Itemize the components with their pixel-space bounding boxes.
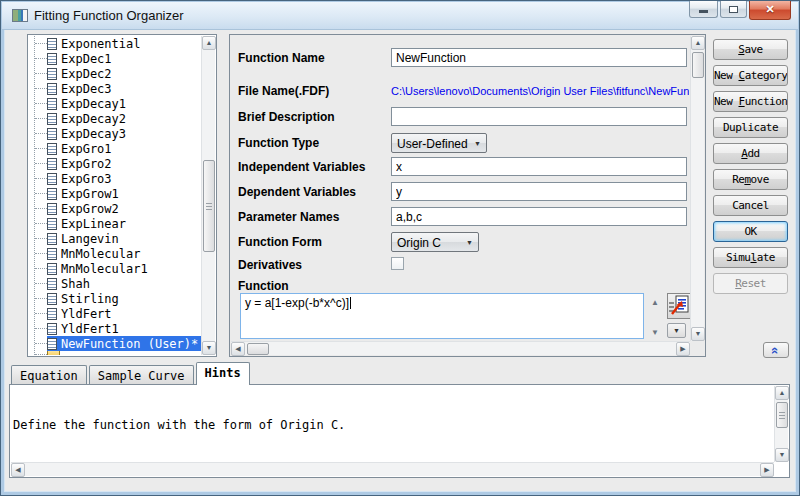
minimize-button[interactable] — [689, 1, 718, 18]
document-icon — [47, 203, 57, 215]
tree-item-label: YldFert — [61, 307, 112, 321]
window-controls: ✕ — [687, 1, 791, 20]
dependent-variables-label: Dependent Variables — [238, 185, 356, 199]
scroll-up-arrow[interactable]: ▲ — [691, 36, 705, 50]
function-form-value: Origin C — [397, 236, 441, 250]
brief-description-input[interactable] — [391, 107, 687, 126]
save-button[interactable]: Save — [713, 39, 788, 60]
tree-branch-line — [35, 343, 47, 344]
tree-item-label: ExpGrow2 — [61, 202, 119, 216]
form-hscrollbar-thumb[interactable] — [247, 343, 269, 355]
form-vertical-scrollbar[interactable]: ▲ ▼ — [690, 36, 704, 341]
cancel-button[interactable]: Cancel — [713, 195, 788, 216]
tree-vertical-scrollbar[interactable]: ▲ ▼ — [201, 36, 215, 355]
document-icon — [47, 308, 57, 320]
brief-description-label: Brief Description — [238, 110, 335, 124]
chevron-down-icon: ▼ — [474, 140, 481, 147]
hints-scrollbar-thumb[interactable] — [776, 402, 788, 428]
document-icon — [47, 293, 57, 305]
editor-scroll-up-icon[interactable]: ▲ — [651, 298, 659, 307]
maximize-button[interactable] — [720, 1, 747, 18]
tree-item[interactable]: ExpDecay2 — [29, 111, 202, 126]
add-button[interactable]: Add — [713, 143, 788, 164]
function-form-dropdown[interactable]: Origin C▼ — [391, 232, 479, 252]
ok-button[interactable]: OK — [713, 221, 788, 242]
remove-button[interactable]: Remove — [713, 169, 788, 190]
editor-dropdown-button[interactable]: ▼ — [667, 323, 686, 338]
tree-item-partial[interactable] — [29, 351, 202, 355]
tree-item[interactable]: ExpGrow2 — [29, 201, 202, 216]
scroll-left-arrow[interactable]: ◀ — [231, 342, 245, 356]
independent-variables-input[interactable] — [391, 157, 687, 176]
scroll-right-arrow[interactable]: ▶ — [676, 342, 690, 356]
simulate-button[interactable]: Simulate — [713, 247, 788, 268]
tree-item[interactable]: ExpDec1 — [29, 51, 202, 66]
form-horizontal-scrollbar[interactable]: ◀ ▶ — [231, 341, 690, 355]
tree-branch-line — [35, 354, 47, 355]
reset-button[interactable]: Reset — [713, 273, 788, 294]
independent-variables-label: Independent Variables — [238, 160, 365, 174]
function-body-editor[interactable]: y = a[1-exp(-b*x^c)] — [240, 293, 644, 339]
parameter-names-input[interactable] — [391, 207, 687, 226]
tree-item[interactable]: ExpGro3 — [29, 171, 202, 186]
tree-item[interactable]: YldFert1 — [29, 321, 202, 336]
close-button[interactable]: ✕ — [749, 1, 791, 20]
scroll-left-arrow[interactable]: ◀ — [11, 463, 25, 477]
tree-item-label: Exponential — [61, 37, 140, 51]
scroll-down-arrow[interactable]: ▼ — [202, 341, 216, 355]
tree-branch-line — [35, 193, 47, 194]
tree-item[interactable]: ExpDec2 — [29, 66, 202, 81]
hints-vertical-scrollbar[interactable]: ▲ ▼ — [774, 386, 788, 462]
tree-item[interactable]: MnMolecular — [29, 246, 202, 261]
tree-item[interactable]: Shah — [29, 276, 202, 291]
tree-item[interactable]: ExpDecay3 — [29, 126, 202, 141]
tree-item[interactable]: ExpGro2 — [29, 156, 202, 171]
document-icon — [47, 53, 57, 65]
tree-branch-line — [35, 133, 47, 134]
scroll-up-arrow[interactable]: ▲ — [202, 36, 216, 50]
derivatives-label: Derivatives — [238, 258, 302, 272]
collapse-panel-button[interactable]: « — [763, 342, 789, 358]
scroll-up-arrow[interactable]: ▲ — [775, 386, 789, 400]
function-tree: Exponential ExpDec1 ExpDec2 ExpDec3 ExpD… — [29, 36, 202, 355]
tree-item[interactable]: YldFert — [29, 306, 202, 321]
new-category-button[interactable]: New Category — [713, 65, 788, 86]
tree-item-label: ExpLinear — [61, 217, 126, 231]
tree-item[interactable]: ExpGrow1 — [29, 186, 202, 201]
new-function-button[interactable]: New Function — [713, 91, 788, 112]
tree-item[interactable]: ExpDecay1 — [29, 96, 202, 111]
tree-item[interactable]: ExpDec3 — [29, 81, 202, 96]
tree-item[interactable]: Stirling — [29, 291, 202, 306]
tab-equation[interactable]: Equation — [11, 365, 87, 385]
tree-item[interactable]: Exponential — [29, 36, 202, 51]
scroll-right-arrow[interactable]: ▶ — [760, 463, 774, 477]
minimize-icon — [699, 10, 708, 13]
window-title: Fitting Function Organizer — [34, 8, 184, 23]
document-icon — [47, 338, 57, 350]
tree-item-selected[interactable]: NewFunction (User)* — [29, 336, 202, 351]
tab-sample-curve[interactable]: Sample Curve — [89, 365, 194, 385]
document-icon — [47, 128, 57, 140]
bottom-tabs: Equation Sample Curve Hints — [11, 362, 252, 385]
editor-scroll-down-icon[interactable]: ▼ — [651, 328, 659, 337]
hints-horizontal-scrollbar[interactable]: ◀ ▶ — [11, 462, 774, 476]
tab-hints[interactable]: Hints — [196, 362, 250, 385]
tree-branch-line — [35, 223, 47, 224]
derivatives-checkbox[interactable] — [391, 257, 404, 270]
code-builder-button[interactable] — [667, 293, 690, 319]
tree-item[interactable]: ExpGro1 — [29, 141, 202, 156]
tree-item[interactable]: ExpLinear — [29, 216, 202, 231]
duplicate-button[interactable]: Duplicate — [713, 117, 788, 138]
scroll-down-arrow[interactable]: ▼ — [691, 327, 705, 341]
scroll-down-arrow[interactable]: ▼ — [775, 448, 789, 462]
function-name-input[interactable] — [391, 48, 687, 67]
function-type-dropdown[interactable]: User-Defined▼ — [391, 133, 487, 153]
dependent-variables-input[interactable] — [391, 182, 687, 201]
form-scrollbar-thumb[interactable] — [692, 52, 704, 78]
document-icon — [47, 38, 57, 50]
tree-scrollbar-thumb[interactable] — [203, 160, 215, 252]
app-icon — [12, 9, 28, 22]
tree-item[interactable]: MnMolecular1 — [29, 261, 202, 276]
tree-item[interactable]: Langevin — [29, 231, 202, 246]
fitting-function-organizer-dialog: Fitting Function Organizer ✕ Exponential… — [0, 0, 800, 496]
